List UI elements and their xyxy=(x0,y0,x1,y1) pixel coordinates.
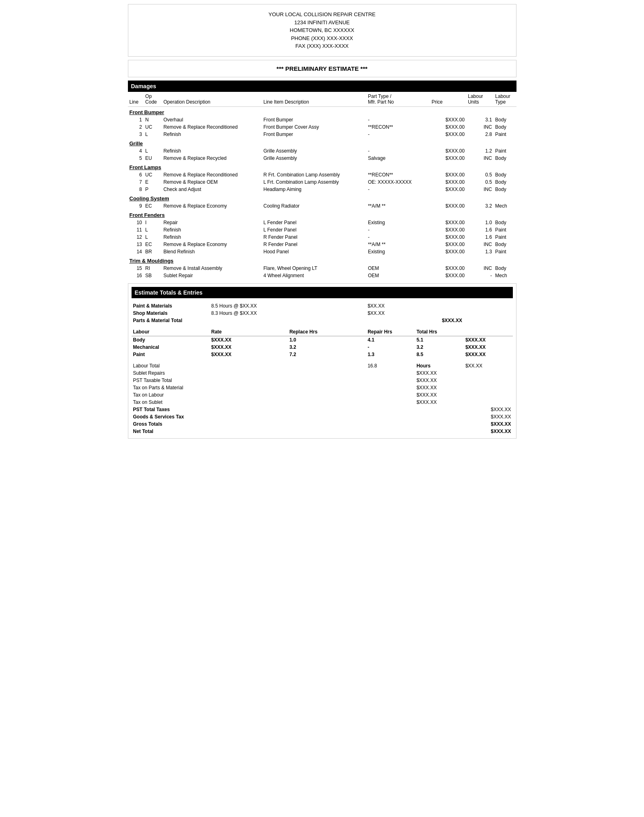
table-cell: 1.0 xyxy=(466,219,493,226)
table-cell: Headlamp Aiming xyxy=(262,186,366,193)
section-name: Front Fenders xyxy=(128,210,516,219)
tax-parts-amount: $XXX.XX xyxy=(415,384,464,391)
table-cell: BR xyxy=(144,248,162,255)
gross-totals-row: Gross Totals $XXX.XX xyxy=(132,420,513,428)
col-header-op: OpCode xyxy=(144,92,162,107)
table-cell: Salvage xyxy=(366,155,430,162)
section-name: Cooling System xyxy=(128,193,516,202)
table-cell: 1.6 xyxy=(466,226,493,233)
table-row: 11LRefinishL Fender Panel-$XXX.001.6Pain… xyxy=(128,226,516,233)
table-cell: Repair xyxy=(162,219,262,226)
table-cell: 15 xyxy=(128,265,144,272)
table-cell: 3.2 xyxy=(466,202,493,210)
table-cell: Remove & Replace Reconditioned xyxy=(162,171,262,178)
table-row: 14BRBlend RefinishHood PanelExisting$XXX… xyxy=(128,248,516,255)
section-header-row: Front Lamps xyxy=(128,162,516,171)
table-cell: INC xyxy=(466,241,493,248)
sublet-repairs-row: Sublet Repairs $XXX.XX xyxy=(132,369,513,377)
col-header-line-item: Line Item Description xyxy=(262,92,366,107)
section-header-row: Cooling System xyxy=(128,193,516,202)
table-cell: 2 xyxy=(128,123,144,131)
mech-rate: $XXX.XX xyxy=(210,344,288,351)
table-cell: L xyxy=(144,147,162,155)
table-cell: Front Bumper Cover Assy xyxy=(262,123,366,131)
table-cell: Paint xyxy=(493,248,516,255)
table-row: 4LRefinishGrille Assembly-$XXX.001.2Pain… xyxy=(128,147,516,155)
section-header-row: Front Fenders xyxy=(128,210,516,219)
gross-totals-amount: $XXX.XX xyxy=(464,420,513,428)
pst-taxable-label: PST Taxable Total xyxy=(132,377,210,384)
labour-col-total-hrs: Total Hrs xyxy=(415,328,464,336)
table-cell: SB xyxy=(144,272,162,279)
paint-replace: 7.2 xyxy=(288,351,366,358)
table-cell: INC xyxy=(466,186,493,193)
shop-materials-row: Shop Materials 8.3 Hours @ $XX.XX $XX.XX xyxy=(132,310,513,317)
paint-materials-label: Paint & Materials xyxy=(132,302,210,310)
table-cell: 0.5 xyxy=(466,171,493,178)
section-header-row: Trim & Mouldings xyxy=(128,255,516,265)
table-cell: EC xyxy=(144,202,162,210)
table-cell: $XXX.00 xyxy=(430,186,466,193)
table-cell: L xyxy=(144,226,162,233)
table-cell: 4 xyxy=(128,147,144,155)
table-cell: $XXX.00 xyxy=(430,171,466,178)
body-labour-row: Body $XXX.XX 1.0 4.1 5.1 $XXX.XX xyxy=(132,336,513,344)
section-header-row: Front Bumper xyxy=(128,106,516,116)
mech-labour-row: Mechanical $XXX.XX 3.2 - 3.2 $XXX.XX xyxy=(132,344,513,351)
gross-totals-label: Gross Totals xyxy=(132,420,210,428)
tax-parts-label: Tax on Parts & Material xyxy=(132,384,210,391)
table-cell: Hood Panel xyxy=(262,248,366,255)
table-cell: $XXX.00 xyxy=(430,248,466,255)
table-cell: Remove & Replace Economy xyxy=(162,241,262,248)
table-cell: Remove & Install Assembly xyxy=(162,265,262,272)
body-rate: $XXX.XX xyxy=(210,336,288,344)
sublet-repairs-label: Sublet Repairs xyxy=(132,369,210,377)
table-cell: - xyxy=(366,186,430,193)
tax-labour-amount: $XXX.XX xyxy=(415,391,464,399)
table-cell: OEM xyxy=(366,265,430,272)
table-cell: R Frt. Combination Lamp Assembly xyxy=(262,171,366,178)
section-name: Front Lamps xyxy=(128,162,516,171)
table-cell: Refinish xyxy=(162,147,262,155)
table-row: 9ECRemove & Replace EconomyCooling Radia… xyxy=(128,202,516,210)
table-cell: L xyxy=(144,233,162,241)
table-row: 7ERemove & Replace OEML Frt. Combination… xyxy=(128,178,516,186)
body-repair: 4.1 xyxy=(366,336,415,344)
table-cell: 8 xyxy=(128,186,144,193)
gst-label: Goods & Services Tax xyxy=(132,413,210,420)
table-cell: $XXX.00 xyxy=(430,219,466,226)
col-header-part-type: Part Type /Mfr. Part No xyxy=(366,92,430,107)
table-cell: **RECON** xyxy=(366,123,430,131)
col-header-line: Line xyxy=(128,92,144,107)
table-cell: $XXX.00 xyxy=(430,272,466,279)
table-cell: EC xyxy=(144,241,162,248)
net-total-amount: $XXX.XX xyxy=(464,428,513,435)
tax-parts-row: Tax on Parts & Material $XXX.XX xyxy=(132,384,513,391)
body-label: Body xyxy=(132,336,210,344)
table-cell: $XXX.00 xyxy=(430,178,466,186)
paint-materials-hours: 8.5 Hours @ $XX.XX xyxy=(210,302,288,310)
table-cell: 1.6 xyxy=(466,233,493,241)
paint-label: Paint xyxy=(132,351,210,358)
table-cell: **RECON** xyxy=(366,171,430,178)
pst-taxable-amount: $XXX.XX xyxy=(415,377,464,384)
table-cell: 12 xyxy=(128,233,144,241)
table-cell: INC xyxy=(466,123,493,131)
pst-total-label: PST Total Taxes xyxy=(132,406,210,413)
table-cell: Grille Assembly xyxy=(262,155,366,162)
table-cell: 3 xyxy=(128,131,144,138)
table-cell: Flare, Wheel Opening LT xyxy=(262,265,366,272)
table-cell: **A/M ** xyxy=(366,241,430,248)
section-header-row: Grille xyxy=(128,138,516,147)
table-cell: **A/M ** xyxy=(366,202,430,210)
company-header: YOUR LOCAL COLLISION REPAIR CENTRE 1234 … xyxy=(128,4,516,57)
paint-materials-row: Paint & Materials 8.5 Hours @ $XX.XX $XX… xyxy=(132,302,513,310)
table-cell: Body xyxy=(493,186,516,193)
table-cell: Refinish xyxy=(162,233,262,241)
tax-sublet-label: Tax on Sublet xyxy=(132,399,210,406)
labour-total-hrs: 16.8 xyxy=(366,362,415,369)
table-cell: - xyxy=(366,131,430,138)
table-cell: Body xyxy=(493,123,516,131)
table-cell: Body xyxy=(493,241,516,248)
table-cell: Body xyxy=(493,116,516,123)
